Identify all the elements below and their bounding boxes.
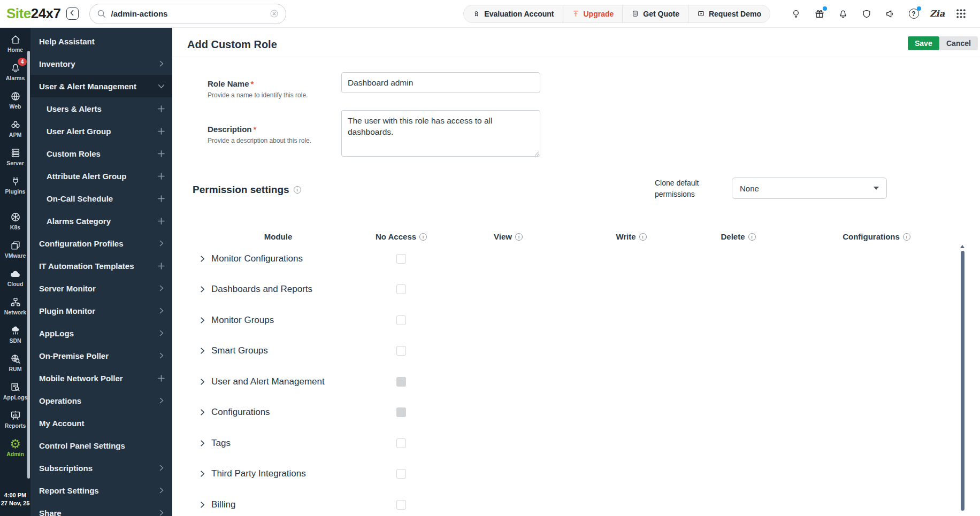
sidebar-item-share[interactable]: Share [30, 502, 172, 516]
sidebar-item-user-alert-management[interactable]: User & Alert Management [30, 75, 172, 97]
rail-item-web[interactable]: Web [0, 86, 30, 114]
topbar-button-zia-assistant-icon[interactable]: Zia [925, 3, 949, 25]
cancel-button[interactable]: Cancel [939, 36, 978, 50]
expand-chevron-icon[interactable] [200, 316, 205, 325]
expand-chevron-icon[interactable] [200, 408, 205, 417]
no-access-checkbox[interactable] [396, 438, 406, 448]
chevron-right-icon [158, 285, 165, 291]
expand-chevron-icon[interactable] [200, 285, 205, 294]
no-access-checkbox[interactable] [396, 284, 406, 294]
scroll-up-arrow-icon[interactable] [960, 245, 964, 248]
topbar-button-announcement-megaphone-icon[interactable] [878, 3, 902, 25]
no-access-checkbox[interactable] [396, 315, 406, 325]
rail-item-alarms[interactable]: 4 Alarms [0, 57, 30, 86]
expand-chevron-icon[interactable] [200, 500, 205, 509]
rail-item-plugins[interactable]: Plugins [0, 171, 30, 199]
rail-label-applogs: AppLogs [3, 394, 28, 401]
description-textarea[interactable]: The user with this role has access to al… [341, 110, 540, 157]
sidebar-item-subscriptions[interactable]: Subscriptions [30, 457, 172, 479]
rail-item-network[interactable]: Network [0, 291, 30, 320]
sidebar-label-on-premise-poller: On-Premise Poller [39, 351, 109, 360]
rail-item-reports[interactable]: Reports [0, 405, 30, 433]
topbar-pill-evaluation-account[interactable]: Evaluation Account [464, 5, 562, 22]
topbar-button-gift-icon[interactable] [808, 3, 831, 25]
no-access-checkbox[interactable] [396, 346, 406, 356]
topbar-button-help-question-icon[interactable]: ? [902, 3, 925, 25]
sidebar-item-custom-roles[interactable]: Custom Roles [30, 142, 172, 165]
sidebar-item-on-premise-poller[interactable]: On-Premise Poller [30, 344, 172, 367]
topbar-button-apps-grid-icon[interactable] [949, 3, 973, 25]
rail-label-reports: Reports [5, 422, 26, 429]
info-icon[interactable]: i [903, 233, 910, 241]
rail-item-apm[interactable]: APM [0, 114, 30, 142]
info-icon[interactable]: i [748, 233, 756, 241]
expand-chevron-icon[interactable] [200, 469, 205, 478]
scrollbar-thumb[interactable] [961, 251, 964, 511]
topbar-pill-request-demo[interactable]: Request Demo [688, 5, 770, 22]
role-name-label-text: Role Name [208, 79, 249, 88]
rail-item-k8s[interactable]: K8s [0, 206, 30, 235]
no-access-checkbox[interactable] [396, 469, 406, 479]
module-cell-third-party-integrations: Third Party Integrations [193, 468, 364, 479]
content-scrollbar[interactable] [960, 245, 965, 511]
plus-icon [158, 375, 165, 382]
rail-item-cloud[interactable]: Cloud [0, 263, 30, 291]
server-stack-icon [10, 147, 21, 159]
role-name-input[interactable] [341, 72, 540, 93]
sidebar-item-users-alerts[interactable]: Users & Alerts [30, 97, 172, 120]
rail-item-applogs[interactable]: AppLogs [0, 376, 30, 405]
sidebar-item-operations[interactable]: Operations [30, 389, 172, 412]
rail-item-server[interactable]: Server [0, 142, 30, 171]
sidebar-item-mobile-network-poller[interactable]: Mobile Network Poller [30, 367, 172, 389]
rail-item-rum[interactable]: RUM [0, 348, 30, 376]
sidebar-item-my-account[interactable]: My Account [30, 412, 172, 434]
sidebar-label-report-settings: Report Settings [39, 486, 99, 495]
sidebar-collapse-button[interactable] [66, 7, 79, 20]
sidebar-label-configuration-profiles: Configuration Profiles [39, 239, 124, 248]
topbar-button-notification-bell-icon[interactable] [831, 3, 855, 25]
sidebar-item-control-panel-settings[interactable]: Control Panel Settings [30, 434, 172, 457]
sidebar-item-user-alert-group[interactable]: User Alert Group [30, 120, 172, 142]
sidebar-item-server-monitor[interactable]: Server Monitor [30, 277, 172, 299]
search-box[interactable] [89, 4, 286, 24]
sidebar-item-applogs[interactable]: AppLogs [30, 322, 172, 344]
expand-chevron-icon[interactable] [200, 439, 205, 448]
topbar-pill-get-quote[interactable]: Get Quote [622, 5, 688, 22]
sidebar-scrollbar[interactable] [27, 51, 30, 479]
sidebar-item-attribute-alert-group[interactable]: Attribute Alert Group [30, 165, 172, 187]
rail-item-sdn[interactable]: SDN [0, 320, 30, 348]
sidebar-item-on-call-schedule[interactable]: On-Call Schedule [30, 187, 172, 210]
clear-search-icon[interactable] [270, 9, 279, 18]
expand-chevron-icon[interactable] [200, 255, 205, 263]
info-icon[interactable]: i [294, 186, 301, 194]
topbar-button-idea-bulb-icon[interactable] [784, 3, 808, 25]
sidebar-item-configuration-profiles[interactable]: Configuration Profiles [30, 232, 172, 255]
info-icon[interactable]: i [515, 233, 523, 241]
save-button[interactable]: Save [908, 36, 939, 50]
topbar-button-shield-icon[interactable] [855, 3, 878, 25]
sidebar-item-report-settings[interactable]: Report Settings [30, 479, 172, 502]
expand-chevron-icon[interactable] [200, 346, 205, 355]
topbar-pill-upgrade[interactable]: Upgrade [563, 5, 623, 22]
search-input[interactable] [110, 9, 265, 19]
rail-item-home[interactable]: Home [0, 29, 30, 57]
rail-item-vmware[interactable]: VMware [0, 235, 30, 263]
no-access-checkbox[interactable] [396, 377, 406, 387]
sidebar-item-alarms-category[interactable]: Alarms Category [30, 210, 172, 232]
rail-label-cloud: Cloud [7, 281, 24, 287]
sidebar-item-help-assistant[interactable]: Help Assistant [30, 30, 172, 52]
column-header-configurations: Configurations i [792, 232, 961, 241]
sidebar-item-it-automation-templates[interactable]: IT Automation Templates [30, 255, 172, 277]
no-access-checkbox[interactable] [396, 254, 406, 264]
clone-permissions-dropdown[interactable]: None [732, 178, 887, 199]
info-icon[interactable]: i [639, 233, 647, 241]
expand-chevron-icon[interactable] [200, 378, 205, 386]
no-access-checkbox[interactable] [396, 407, 406, 417]
sidebar-item-plugin-monitor[interactable]: Plugin Monitor [30, 299, 172, 322]
rail-item-admin[interactable]: ⚙ Admin [0, 433, 30, 461]
no-access-checkbox[interactable] [396, 500, 406, 510]
info-icon[interactable]: i [419, 233, 427, 241]
sidebar-label-it-automation-templates: IT Automation Templates [39, 261, 134, 271]
sidebar-item-inventory[interactable]: Inventory [30, 52, 172, 75]
clone-permissions-value: None [740, 184, 759, 193]
